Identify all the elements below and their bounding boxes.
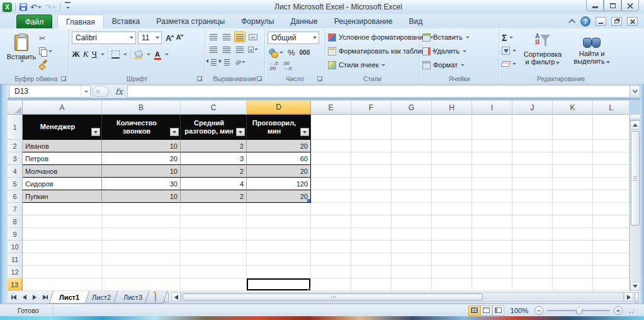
prev-sheet-button[interactable] [20,292,29,302]
scroll-up-button[interactable] [630,120,640,130]
cell-C2[interactable]: 2 [181,140,247,152]
cell-I13[interactable] [472,278,512,291]
cell-H12[interactable] [432,266,472,278]
cell-F10[interactable] [351,241,392,253]
column-header-D[interactable]: D [247,101,311,115]
cell-J10[interactable] [512,241,553,253]
zoom-slider-thumb[interactable] [576,307,582,314]
cell-B13[interactable] [102,278,181,291]
increase-decimal-button[interactable]: ←,0,00 [269,61,278,71]
page-layout-view-button[interactable] [480,306,492,316]
zoom-level[interactable]: 100% [511,307,528,314]
cell-H2[interactable] [432,140,472,152]
cell-J13[interactable] [512,278,553,291]
dialog-launcher-icon[interactable] [257,76,263,82]
autosum-button[interactable]: Σ [502,32,516,43]
cell-G4[interactable] [392,165,432,178]
cell-J1[interactable] [512,115,553,140]
cell-I9[interactable] [472,228,512,241]
cell-K3[interactable] [553,152,593,165]
cell-L6[interactable] [593,190,630,203]
cell-L5[interactable] [593,178,630,190]
cell-A2[interactable]: Иванов [23,140,102,152]
cell-I10[interactable] [472,241,512,253]
cell-K9[interactable] [553,228,593,241]
cell-L8[interactable] [593,215,630,228]
percent-format-button[interactable]: % [288,48,295,57]
format-painter-button[interactable] [39,59,52,70]
cell-L9[interactable] [593,228,630,241]
column-header-G[interactable]: G [392,101,432,115]
cell-G12[interactable] [392,266,432,278]
cell-D3[interactable]: 60 [247,152,311,165]
cell-L12[interactable] [593,266,630,278]
cell-C6[interactable]: 2 [181,190,247,203]
sheet-tab-лист1[interactable]: Лист1 [49,291,90,304]
cell-H4[interactable] [432,165,472,178]
row-header-10[interactable]: 10 [8,241,23,253]
cell-E11[interactable] [311,253,351,266]
cell-F13[interactable] [351,278,392,291]
doc-close-button[interactable] [627,17,638,26]
cell-A7[interactable] [23,203,102,215]
cell-J11[interactable] [512,253,553,266]
row-header-13[interactable]: 13 [8,278,23,291]
wrap-text-button[interactable]: ↵ [247,31,259,42]
cell-I2[interactable] [472,140,512,152]
split-handle[interactable] [630,115,640,120]
format-as-table-button[interactable]: Форматировать как таблицу [328,45,417,57]
cell-G10[interactable] [392,241,432,253]
cell-F7[interactable] [351,203,392,215]
cell-L7[interactable] [593,203,630,215]
sort-filter-button[interactable]: АЯ Сортировкаи фильтр [520,31,565,74]
grow-font-button[interactable]: A [166,33,174,43]
cell-E5[interactable] [311,178,351,190]
column-header-I[interactable]: I [472,101,512,115]
doc-restore-button[interactable] [611,17,622,26]
cell-G1[interactable] [392,115,432,140]
format-cells-button[interactable]: Формат [422,59,496,71]
formula-input[interactable] [127,85,630,98]
redo-button[interactable]: ↷ [44,2,57,12]
table-resize-handle[interactable] [307,199,310,202]
next-sheet-button[interactable] [30,292,39,302]
dialog-launcher-icon[interactable] [317,76,323,82]
cell-K7[interactable] [553,203,593,215]
cell-C9[interactable] [181,228,247,241]
cell-B4[interactable]: 10 [102,165,181,178]
cell-C3[interactable]: 3 [181,152,247,165]
conditional-formatting-button[interactable]: Условное форматирование [328,31,417,43]
row-header-8[interactable]: 8 [8,215,23,228]
cell-B1[interactable]: Количество звонков [102,115,181,140]
italic-button[interactable]: К [83,49,89,59]
font-family-combobox[interactable]: Calibri [72,31,136,44]
cell-G3[interactable] [392,152,432,165]
cell-A13[interactable] [23,278,102,291]
doc-minimize-button[interactable] [596,17,606,26]
cell-J8[interactable] [512,215,553,228]
bold-button[interactable]: Ж [72,49,80,59]
font-size-combobox[interactable]: 11 [138,31,162,44]
column-header-H[interactable]: H [432,101,472,115]
customize-qat-button[interactable] [65,2,71,12]
row-header-9[interactable]: 9 [8,228,23,241]
cell-A4[interactable]: Молчанов [23,165,102,178]
column-header-L[interactable]: L [593,101,630,115]
cell-I5[interactable] [472,178,512,190]
cell-H8[interactable] [432,215,472,228]
column-header-E[interactable]: E [311,101,351,115]
cell-F5[interactable] [351,178,392,190]
tab-formulas[interactable]: Формулы [233,14,282,28]
filter-dropdown-button[interactable] [236,128,245,136]
cell-H3[interactable] [432,152,472,165]
cell-E13[interactable] [311,278,351,291]
cell-F1[interactable] [351,115,392,140]
insert-function-button[interactable]: fx [111,85,127,98]
underline-button[interactable]: Ч [92,49,97,59]
tab-page-layout[interactable]: Разметка страницы [148,14,233,28]
cell-A8[interactable] [23,215,102,228]
cell-D9[interactable] [247,228,311,241]
cut-button[interactable]: ✂ [39,33,52,43]
cell-H1[interactable] [432,115,472,140]
scrollbar-splitter[interactable] [635,292,639,302]
